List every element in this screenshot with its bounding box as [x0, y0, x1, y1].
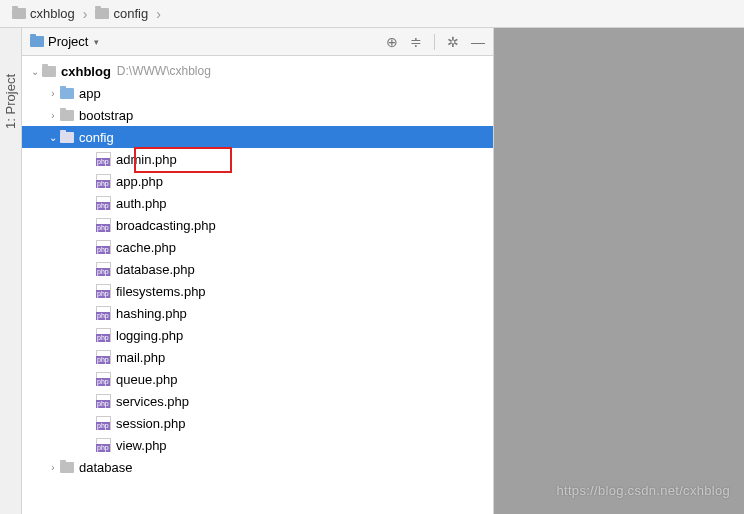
tree-file[interactable]: hashing.php — [22, 302, 493, 324]
tree-folder[interactable]: ›bootstrap — [22, 104, 493, 126]
tree-folder-config[interactable]: ⌄config — [22, 126, 493, 148]
chevron-down-icon: ▾ — [94, 37, 99, 47]
php-file-icon — [96, 372, 111, 386]
breadcrumb-item-root[interactable]: cxhblog — [8, 4, 79, 23]
breadcrumb-item-config[interactable]: config — [91, 4, 152, 23]
node-path: D:\WWW\cxhblog — [117, 64, 211, 78]
breadcrumb-label: cxhblog — [30, 6, 75, 21]
tree-file[interactable]: app.php — [22, 170, 493, 192]
folder-icon — [60, 462, 74, 473]
tree-file[interactable]: queue.php — [22, 368, 493, 390]
folder-icon — [12, 8, 26, 19]
folder-icon — [42, 66, 56, 77]
node-label: broadcasting.php — [116, 218, 216, 233]
watermark-text: https://blog.csdn.net/cxhblog — [557, 483, 730, 498]
node-label: mail.php — [116, 350, 165, 365]
tree-file[interactable]: mail.php — [22, 346, 493, 368]
project-tree[interactable]: ⌄cxhblogD:\WWW\cxhblog›app›bootstrap⌄con… — [22, 56, 493, 514]
node-label: cxhblog — [61, 64, 111, 79]
php-file-icon — [96, 218, 111, 232]
node-label: database.php — [116, 262, 195, 277]
node-label: filesystems.php — [116, 284, 206, 299]
folder-icon — [30, 36, 44, 47]
tree-folder[interactable]: ›database — [22, 456, 493, 478]
php-file-icon — [96, 262, 111, 276]
tree-file[interactable]: services.php — [22, 390, 493, 412]
editor-area: https://blog.csdn.net/cxhblog — [494, 28, 744, 514]
project-tool-tab[interactable]: 1: Project — [1, 68, 20, 135]
chevron-right-icon[interactable]: › — [46, 110, 60, 121]
node-label: bootstrap — [79, 108, 133, 123]
php-file-icon — [96, 306, 111, 320]
node-label: logging.php — [116, 328, 183, 343]
node-label: admin.php — [116, 152, 177, 167]
tree-root[interactable]: ⌄cxhblogD:\WWW\cxhblog — [22, 60, 493, 82]
node-label: config — [79, 130, 114, 145]
panel-view-selector[interactable]: Project ▾ — [30, 34, 99, 49]
hide-icon[interactable]: — — [471, 34, 485, 50]
folder-icon — [60, 110, 74, 121]
chevron-down-icon[interactable]: ⌄ — [28, 66, 42, 77]
node-label: database — [79, 460, 133, 475]
tree-file[interactable]: admin.php — [22, 148, 493, 170]
php-file-icon — [96, 438, 111, 452]
chevron-right-icon[interactable]: › — [46, 88, 60, 99]
php-file-icon — [96, 394, 111, 408]
separator — [434, 34, 435, 50]
collapse-icon[interactable]: ≑ — [410, 34, 422, 50]
node-label: queue.php — [116, 372, 177, 387]
gear-icon[interactable]: ✲ — [447, 34, 459, 50]
php-file-icon — [96, 328, 111, 342]
node-label: session.php — [116, 416, 185, 431]
tree-file[interactable]: view.php — [22, 434, 493, 456]
project-panel: Project ▾ ⊕ ≑ ✲ — ⌄cxhblogD:\WWW\cxhblog… — [22, 28, 494, 514]
php-file-icon — [96, 416, 111, 430]
php-file-icon — [96, 174, 111, 188]
node-label: view.php — [116, 438, 167, 453]
chevron-right-icon: › — [156, 6, 161, 22]
tree-file[interactable]: filesystems.php — [22, 280, 493, 302]
php-file-icon — [96, 240, 111, 254]
tree-file[interactable]: cache.php — [22, 236, 493, 258]
node-label: app.php — [116, 174, 163, 189]
php-file-icon — [96, 152, 111, 166]
node-label: hashing.php — [116, 306, 187, 321]
tree-file[interactable]: database.php — [22, 258, 493, 280]
node-label: app — [79, 86, 101, 101]
tree-file[interactable]: session.php — [22, 412, 493, 434]
node-label: auth.php — [116, 196, 167, 211]
tree-file[interactable]: broadcasting.php — [22, 214, 493, 236]
folder-icon — [60, 132, 74, 143]
tool-window-stripe: 1: Project — [0, 28, 22, 514]
panel-header: Project ▾ ⊕ ≑ ✲ — — [22, 28, 493, 56]
php-file-icon — [96, 284, 111, 298]
tree-file[interactable]: logging.php — [22, 324, 493, 346]
folder-icon — [95, 8, 109, 19]
chevron-right-icon: › — [83, 6, 88, 22]
php-file-icon — [96, 350, 111, 364]
php-file-icon — [96, 196, 111, 210]
node-label: cache.php — [116, 240, 176, 255]
folder-icon — [60, 88, 74, 99]
tab-label: 1: Project — [3, 74, 18, 129]
breadcrumb: cxhblog › config › — [0, 0, 744, 28]
tree-file[interactable]: auth.php — [22, 192, 493, 214]
tree-folder[interactable]: ›app — [22, 82, 493, 104]
chevron-down-icon[interactable]: ⌄ — [46, 132, 60, 143]
panel-title: Project — [48, 34, 88, 49]
chevron-right-icon[interactable]: › — [46, 462, 60, 473]
breadcrumb-label: config — [113, 6, 148, 21]
node-label: services.php — [116, 394, 189, 409]
locate-icon[interactable]: ⊕ — [386, 34, 398, 50]
